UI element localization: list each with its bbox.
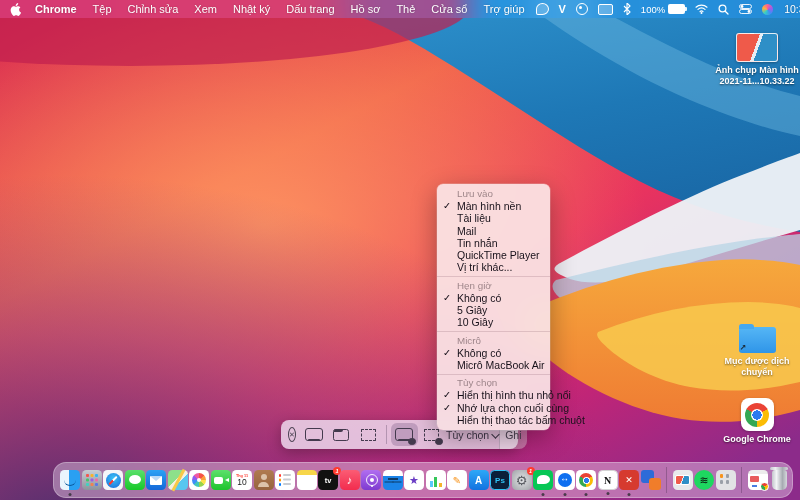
- dock-chrome-icon[interactable]: [576, 470, 596, 490]
- menu-item-file[interactable]: Tệp: [85, 0, 120, 18]
- menu-item-quicktime[interactable]: QuickTime Player: [437, 249, 550, 261]
- battery-status[interactable]: 100%: [638, 0, 688, 18]
- menu-item-timer-10s[interactable]: 10 Giây: [437, 316, 550, 328]
- menu-item-history[interactable]: Nhật ký: [225, 0, 278, 18]
- menu-item-documents[interactable]: Tài liệu: [437, 212, 550, 224]
- dock-launchpad-icon[interactable]: [82, 470, 102, 490]
- dock-mail-icon[interactable]: [146, 470, 166, 490]
- screenshot-file-label-line1: Ảnh chụp Màn hình: [715, 65, 799, 76]
- desktop-relocated-items-folder[interactable]: ↗ Mục được dịch chuyển: [714, 323, 800, 377]
- apple-menu-icon[interactable]: [0, 3, 27, 16]
- menu-item-messages[interactable]: Tin nhắn: [437, 237, 550, 249]
- menu-separator: [437, 331, 550, 332]
- chrome-label: Google Chrome: [723, 434, 791, 445]
- dock-trash-icon[interactable]: [772, 470, 787, 490]
- dock-photoshop-icon[interactable]: [490, 470, 510, 490]
- menu-item-edit[interactable]: Chỉnh sửa: [120, 0, 187, 18]
- menu-section-header-save-to: Lưu vào: [437, 188, 550, 200]
- dock-numbers-icon[interactable]: [426, 470, 446, 490]
- dock-safari-icon[interactable]: [103, 470, 123, 490]
- dock-apple-tv-icon[interactable]: 1: [318, 470, 338, 490]
- dock-spotify-icon[interactable]: [694, 470, 714, 490]
- dock-line-icon[interactable]: [533, 470, 553, 490]
- search-icon[interactable]: [715, 0, 732, 18]
- menu-bar-clock[interactable]: 10:33, Th 4 10 thg 11: [780, 3, 800, 15]
- chrome-app-icon: [741, 398, 774, 431]
- record-selection-icon: [424, 429, 439, 441]
- screenshot-options-menu: Lưu vào ✓Màn hình nền Tài liệu Mail Tin …: [437, 184, 550, 430]
- menu-item-window[interactable]: Cửa sổ: [423, 0, 475, 18]
- dock-contacts-icon[interactable]: [254, 470, 274, 490]
- menu-item-desktop[interactable]: ✓Màn hình nền: [437, 200, 550, 212]
- menu-item-profiles[interactable]: Hồ sơ: [343, 0, 389, 18]
- menu-item-mic-macbook[interactable]: Micrô MacBook Air: [437, 359, 550, 371]
- screen-record-indicator-icon[interactable]: [573, 0, 591, 18]
- menu-item-other-location[interactable]: Vị trí khác...: [437, 261, 550, 273]
- vietnamese-input-icon[interactable]: V: [556, 0, 569, 18]
- dock-messages-icon[interactable]: [125, 470, 145, 490]
- alias-arrow-icon: ↗: [740, 344, 747, 352]
- dock-reminders-icon[interactable]: [275, 470, 295, 490]
- toolbar-divider: [386, 425, 387, 444]
- menu-section-header-options: Tùy chọn: [437, 377, 550, 389]
- dock-calendar-icon[interactable]: Thg 11 10: [232, 470, 252, 490]
- capture-selection-button[interactable]: [355, 423, 382, 446]
- dock-notes-icon[interactable]: [297, 470, 317, 490]
- checkmark-icon: ✓: [443, 347, 451, 359]
- menu-item-mail[interactable]: Mail: [437, 225, 550, 237]
- menu-item-show-clicks[interactable]: Hiển thị thao tác bấm chuột: [437, 414, 550, 426]
- bluetooth-icon[interactable]: [620, 0, 634, 18]
- capture-window-button[interactable]: [328, 423, 355, 446]
- menu-item-floating-thumbnail[interactable]: ✓Hiển thị hình thu nhỏ nổi: [437, 389, 550, 401]
- dock-minimized-window-icon[interactable]: [748, 470, 768, 490]
- relocated-folder-label: Mục được dịch chuyển: [720, 356, 794, 377]
- checkmark-icon: ✓: [443, 292, 451, 304]
- close-icon[interactable]: ✕: [288, 427, 296, 442]
- desktop-screenshot-file[interactable]: Ảnh chụp Màn hình 2021-11...10.33.22: [714, 33, 800, 86]
- dock-red-x-app-icon[interactable]: [619, 470, 639, 490]
- dock-music-icon[interactable]: [340, 470, 360, 490]
- dock-system-preferences-icon[interactable]: 1: [512, 470, 532, 490]
- screenshot-thumbnail: [736, 33, 778, 62]
- dock-facetime-icon[interactable]: [211, 470, 231, 490]
- keyboard-status-icon[interactable]: [595, 0, 616, 18]
- dock-notion-icon[interactable]: [598, 470, 618, 490]
- dock-pages-icon[interactable]: [447, 470, 467, 490]
- wifi-icon[interactable]: [692, 0, 711, 18]
- dock-divider: [666, 467, 667, 493]
- battery-icon: [668, 4, 685, 14]
- dock-app-store-icon[interactable]: [469, 470, 489, 490]
- capture-entire-screen-button[interactable]: [301, 423, 328, 446]
- dock-blue-orange-app-icon[interactable]: [641, 470, 661, 490]
- menu-item-help[interactable]: Trợ giúp: [475, 0, 532, 18]
- dock-finder-icon[interactable]: [60, 470, 80, 490]
- menu-item-tab[interactable]: Thẻ: [388, 0, 423, 18]
- dock-photos-icon[interactable]: [189, 470, 209, 490]
- dock-teamviewer-icon[interactable]: [555, 470, 575, 490]
- folder-icon: ↗: [739, 327, 776, 353]
- screenshot-file-label-line2: 2021-11...10.33.22: [715, 76, 799, 87]
- dock-calculator-icon[interactable]: [716, 470, 736, 490]
- menu-item-timer-5s[interactable]: 5 Giây: [437, 304, 550, 316]
- record-screen-icon: [395, 428, 413, 441]
- screen-capture-icon: [305, 428, 323, 441]
- siri-icon[interactable]: [759, 0, 776, 18]
- control-center-icon[interactable]: [736, 0, 755, 18]
- menu-app-name[interactable]: Chrome: [27, 0, 85, 18]
- menu-item-view[interactable]: Xem: [186, 0, 225, 18]
- line-status-icon[interactable]: [533, 0, 552, 18]
- dock-divider: [741, 467, 742, 493]
- menu-item-bookmarks[interactable]: Dấu trang: [278, 0, 342, 18]
- menu-item-mic-none[interactable]: ✓Không có: [437, 347, 550, 359]
- dock: Thg 11 10 1 1: [53, 462, 793, 498]
- dock-podcasts-icon[interactable]: [361, 470, 381, 490]
- desktop-google-chrome[interactable]: Google Chrome: [714, 398, 800, 445]
- dock-maps-icon[interactable]: [168, 470, 188, 490]
- menu-item-timer-none[interactable]: ✓Không có: [437, 292, 550, 304]
- menu-section-header-microphone: Micrô: [437, 335, 550, 347]
- record-entire-screen-button[interactable]: [391, 423, 418, 446]
- menu-item-remember-last[interactable]: ✓Nhớ lựa chọn cuối cùng: [437, 402, 550, 414]
- dock-screenshot-app-icon[interactable]: [673, 470, 693, 490]
- dock-imovie-icon[interactable]: [404, 470, 424, 490]
- dock-keynote-icon[interactable]: [383, 470, 403, 490]
